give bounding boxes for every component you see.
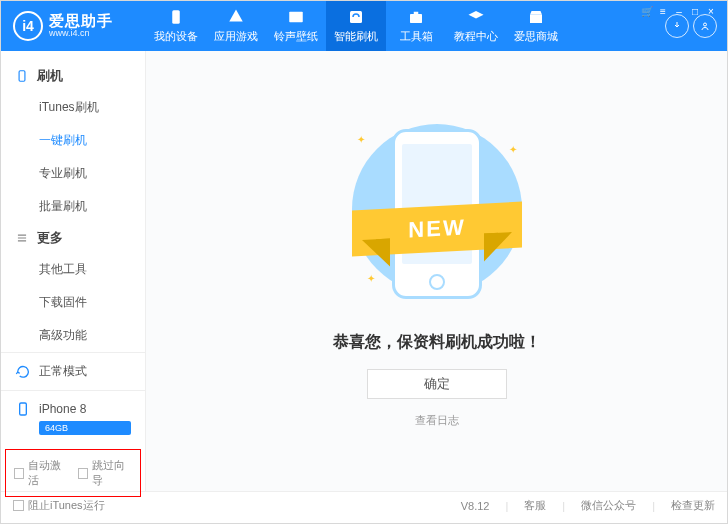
checkbox-icon [13, 500, 24, 511]
section-title: 更多 [37, 229, 63, 247]
nav-label: 铃声壁纸 [274, 29, 318, 44]
brand-name: 爱思助手 [49, 14, 113, 28]
sidebar-item-batch-flash[interactable]: 批量刷机 [1, 190, 145, 223]
checkbox-label: 阻止iTunes运行 [28, 498, 105, 513]
sidebar-item-advanced[interactable]: 高级功能 [1, 319, 145, 352]
brand: i4 爱思助手 www.i4.cn [1, 11, 146, 41]
sidebar-item-pro-flash[interactable]: 专业刷机 [1, 157, 145, 190]
svg-rect-2 [350, 11, 362, 23]
svg-rect-8 [20, 403, 27, 415]
sidebar: 刷机 iTunes刷机 一键刷机 专业刷机 批量刷机 更多 其他工具 下载固件 … [1, 51, 146, 491]
svg-rect-5 [530, 15, 542, 23]
nav-device[interactable]: 我的设备 [146, 1, 206, 51]
checkbox-label: 跳过向导 [92, 458, 132, 488]
options-row: 自动激活 跳过向导 [5, 449, 141, 497]
new-ribbon: NEW [352, 202, 522, 257]
toolbox-icon [407, 8, 425, 26]
nav-toolbox[interactable]: 工具箱 [386, 1, 446, 51]
main-panel: ✦ ✦ ✦ NEW 恭喜您，保资料刷机成功啦！ 确定 查看日志 [146, 51, 727, 491]
sidebar-section-flash[interactable]: 刷机 [1, 61, 145, 91]
title-bar: 🛒 ≡ – □ × i4 爱思助手 www.i4.cn 我的设备 应用游戏 铃声… [1, 1, 727, 51]
sidebar-item-other-tools[interactable]: 其他工具 [1, 253, 145, 286]
nav-flash[interactable]: 智能刷机 [326, 1, 386, 51]
minimize-icon[interactable]: – [674, 6, 684, 16]
nav-tutorial[interactable]: 教程中心 [446, 1, 506, 51]
svg-rect-7 [19, 71, 25, 82]
nav-store[interactable]: 爱思商城 [506, 1, 566, 51]
svg-rect-4 [414, 12, 419, 14]
menu-icon[interactable]: ≡ [658, 6, 668, 16]
support-link[interactable]: 客服 [524, 498, 546, 513]
hero-graphic: ✦ ✦ ✦ NEW [327, 114, 547, 314]
sidebar-item-onekey-flash[interactable]: 一键刷机 [1, 124, 145, 157]
svg-rect-1 [289, 12, 303, 23]
svg-rect-3 [410, 14, 422, 23]
device-info[interactable]: iPhone 8 64GB [1, 390, 145, 445]
wechat-link[interactable]: 微信公众号 [581, 498, 636, 513]
device-name: iPhone 8 [39, 402, 86, 416]
list-icon [15, 231, 29, 245]
checkbox-icon [78, 468, 88, 479]
phone-icon [15, 69, 29, 83]
nav-label: 智能刷机 [334, 29, 378, 44]
window-controls: 🛒 ≡ – □ × [642, 4, 724, 18]
cart-icon[interactable]: 🛒 [642, 6, 652, 16]
brand-url: www.i4.cn [49, 28, 113, 38]
logo-icon: i4 [13, 11, 43, 41]
apps-icon [227, 8, 245, 26]
nav-label: 爱思商城 [514, 29, 558, 44]
success-message: 恭喜您，保资料刷机成功啦！ [333, 332, 541, 353]
storage-badge: 64GB [39, 421, 131, 435]
phone-icon [15, 401, 31, 417]
store-icon [527, 8, 545, 26]
skip-guide-checkbox[interactable]: 跳过向导 [78, 458, 132, 488]
ok-button[interactable]: 确定 [367, 369, 507, 399]
svg-rect-0 [172, 10, 180, 24]
mode-status[interactable]: 正常模式 [1, 352, 145, 390]
nav-label: 应用游戏 [214, 29, 258, 44]
grad-cap-icon [467, 8, 485, 26]
refresh-icon [347, 8, 365, 26]
image-icon [287, 8, 305, 26]
mode-label: 正常模式 [39, 363, 87, 380]
section-title: 刷机 [37, 67, 63, 85]
nav-apps[interactable]: 应用游戏 [206, 1, 266, 51]
top-nav: 我的设备 应用游戏 铃声壁纸 智能刷机 工具箱 教程中心 爱思商城 [146, 1, 655, 51]
update-link[interactable]: 检查更新 [671, 498, 715, 513]
checkbox-icon [14, 468, 24, 479]
block-itunes-checkbox[interactable]: 阻止iTunes运行 [13, 498, 105, 513]
checkbox-label: 自动激活 [28, 458, 68, 488]
refresh-icon [15, 364, 31, 380]
close-icon[interactable]: × [706, 6, 716, 16]
nav-label: 教程中心 [454, 29, 498, 44]
nav-label: 我的设备 [154, 29, 198, 44]
maximize-icon[interactable]: □ [690, 6, 700, 16]
sidebar-section-more[interactable]: 更多 [1, 223, 145, 253]
sidebar-item-download-fw[interactable]: 下载固件 [1, 286, 145, 319]
nav-label: 工具箱 [400, 29, 433, 44]
phone-icon [167, 8, 185, 26]
view-log-link[interactable]: 查看日志 [415, 413, 459, 428]
auto-activate-checkbox[interactable]: 自动激活 [14, 458, 68, 488]
svg-point-6 [704, 23, 707, 26]
sidebar-item-itunes-flash[interactable]: iTunes刷机 [1, 91, 145, 124]
nav-ringtone[interactable]: 铃声壁纸 [266, 1, 326, 51]
version-label: V8.12 [461, 500, 490, 512]
